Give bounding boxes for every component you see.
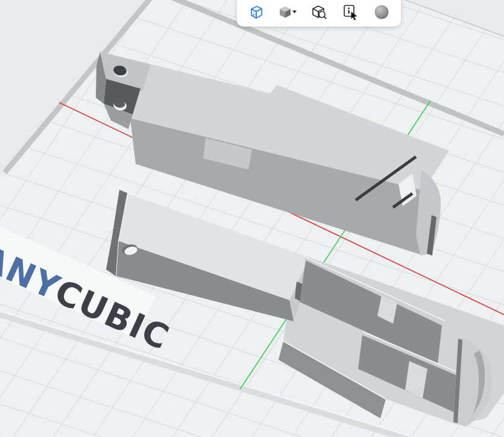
shading-mode-button[interactable] [274, 2, 301, 22]
object-info-button[interactable] [337, 2, 364, 22]
material-preview-button[interactable] [368, 2, 395, 22]
sphere-icon [373, 3, 391, 21]
orientation-cube-button[interactable] [243, 2, 269, 22]
scene-canvas: ANYCUBIC [0, 0, 504, 437]
model-inspect-button[interactable] [306, 2, 332, 22]
dropdown-caret-icon [292, 11, 297, 14]
cube-search-icon [310, 3, 328, 21]
slicer-3d-viewport[interactable]: ANYCUBIC [0, 0, 504, 437]
view-toolbar [237, 0, 401, 27]
info-cursor-icon [341, 3, 359, 21]
view-cube-icon [247, 3, 265, 21]
shaded-cube-icon [277, 3, 298, 21]
